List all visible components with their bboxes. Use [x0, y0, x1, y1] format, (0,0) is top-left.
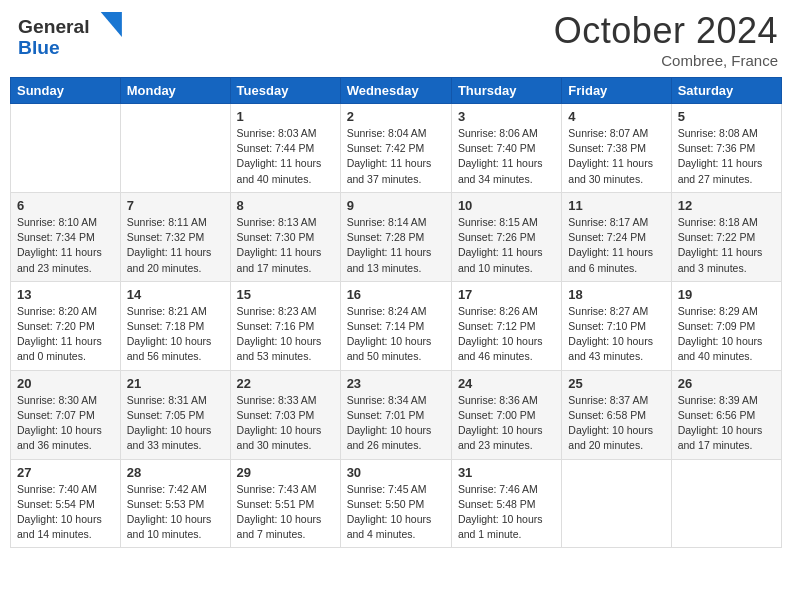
calendar-cell: 26Sunrise: 8:39 AM Sunset: 6:56 PM Dayli… — [671, 370, 781, 459]
day-number: 14 — [127, 287, 224, 302]
calendar-week-0: 1Sunrise: 8:03 AM Sunset: 7:44 PM Daylig… — [11, 104, 782, 193]
calendar-cell: 31Sunrise: 7:46 AM Sunset: 5:48 PM Dayli… — [451, 459, 561, 548]
month-title: October 2024 — [554, 10, 778, 52]
day-number: 24 — [458, 376, 555, 391]
day-number: 26 — [678, 376, 775, 391]
day-number: 6 — [17, 198, 114, 213]
day-number: 23 — [347, 376, 445, 391]
day-number: 19 — [678, 287, 775, 302]
day-info: Sunrise: 8:24 AM Sunset: 7:14 PM Dayligh… — [347, 304, 445, 365]
day-info: Sunrise: 8:17 AM Sunset: 7:24 PM Dayligh… — [568, 215, 664, 276]
calendar-cell: 8Sunrise: 8:13 AM Sunset: 7:30 PM Daylig… — [230, 192, 340, 281]
calendar-cell: 13Sunrise: 8:20 AM Sunset: 7:20 PM Dayli… — [11, 281, 121, 370]
calendar-cell: 9Sunrise: 8:14 AM Sunset: 7:28 PM Daylig… — [340, 192, 451, 281]
day-info: Sunrise: 8:29 AM Sunset: 7:09 PM Dayligh… — [678, 304, 775, 365]
day-info: Sunrise: 8:11 AM Sunset: 7:32 PM Dayligh… — [127, 215, 224, 276]
day-info: Sunrise: 8:34 AM Sunset: 7:01 PM Dayligh… — [347, 393, 445, 454]
day-number: 13 — [17, 287, 114, 302]
calendar-cell: 23Sunrise: 8:34 AM Sunset: 7:01 PM Dayli… — [340, 370, 451, 459]
calendar-cell — [120, 104, 230, 193]
day-number: 22 — [237, 376, 334, 391]
calendar-cell: 4Sunrise: 8:07 AM Sunset: 7:38 PM Daylig… — [562, 104, 671, 193]
day-number: 9 — [347, 198, 445, 213]
day-info: Sunrise: 8:27 AM Sunset: 7:10 PM Dayligh… — [568, 304, 664, 365]
calendar-cell: 29Sunrise: 7:43 AM Sunset: 5:51 PM Dayli… — [230, 459, 340, 548]
day-header-wednesday: Wednesday — [340, 78, 451, 104]
day-info: Sunrise: 8:20 AM Sunset: 7:20 PM Dayligh… — [17, 304, 114, 365]
day-number: 30 — [347, 465, 445, 480]
day-number: 16 — [347, 287, 445, 302]
calendar-week-4: 27Sunrise: 7:40 AM Sunset: 5:54 PM Dayli… — [11, 459, 782, 548]
day-number: 27 — [17, 465, 114, 480]
day-info: Sunrise: 8:07 AM Sunset: 7:38 PM Dayligh… — [568, 126, 664, 187]
day-info: Sunrise: 8:15 AM Sunset: 7:26 PM Dayligh… — [458, 215, 555, 276]
day-number: 2 — [347, 109, 445, 124]
day-number: 11 — [568, 198, 664, 213]
calendar-body: 1Sunrise: 8:03 AM Sunset: 7:44 PM Daylig… — [11, 104, 782, 548]
day-info: Sunrise: 8:06 AM Sunset: 7:40 PM Dayligh… — [458, 126, 555, 187]
day-number: 29 — [237, 465, 334, 480]
day-info: Sunrise: 8:08 AM Sunset: 7:36 PM Dayligh… — [678, 126, 775, 187]
svg-marker-2 — [101, 12, 122, 37]
calendar-cell: 7Sunrise: 8:11 AM Sunset: 7:32 PM Daylig… — [120, 192, 230, 281]
day-number: 17 — [458, 287, 555, 302]
day-number: 3 — [458, 109, 555, 124]
day-info: Sunrise: 8:30 AM Sunset: 7:07 PM Dayligh… — [17, 393, 114, 454]
calendar-cell: 11Sunrise: 8:17 AM Sunset: 7:24 PM Dayli… — [562, 192, 671, 281]
calendar-cell: 16Sunrise: 8:24 AM Sunset: 7:14 PM Dayli… — [340, 281, 451, 370]
day-number: 15 — [237, 287, 334, 302]
day-info: Sunrise: 8:31 AM Sunset: 7:05 PM Dayligh… — [127, 393, 224, 454]
day-header-friday: Friday — [562, 78, 671, 104]
day-info: Sunrise: 7:43 AM Sunset: 5:51 PM Dayligh… — [237, 482, 334, 543]
day-header-tuesday: Tuesday — [230, 78, 340, 104]
calendar-header-row: SundayMondayTuesdayWednesdayThursdayFrid… — [11, 78, 782, 104]
calendar-cell: 18Sunrise: 8:27 AM Sunset: 7:10 PM Dayli… — [562, 281, 671, 370]
calendar-table: SundayMondayTuesdayWednesdayThursdayFrid… — [10, 77, 782, 548]
day-number: 20 — [17, 376, 114, 391]
calendar-week-1: 6Sunrise: 8:10 AM Sunset: 7:34 PM Daylig… — [11, 192, 782, 281]
svg-text:General: General — [18, 16, 90, 37]
calendar-cell: 25Sunrise: 8:37 AM Sunset: 6:58 PM Dayli… — [562, 370, 671, 459]
title-block: October 2024 Combree, France — [554, 10, 778, 69]
day-info: Sunrise: 7:45 AM Sunset: 5:50 PM Dayligh… — [347, 482, 445, 543]
day-info: Sunrise: 8:23 AM Sunset: 7:16 PM Dayligh… — [237, 304, 334, 365]
day-info: Sunrise: 7:46 AM Sunset: 5:48 PM Dayligh… — [458, 482, 555, 543]
calendar-cell — [11, 104, 121, 193]
day-header-monday: Monday — [120, 78, 230, 104]
day-info: Sunrise: 8:36 AM Sunset: 7:00 PM Dayligh… — [458, 393, 555, 454]
day-info: Sunrise: 8:33 AM Sunset: 7:03 PM Dayligh… — [237, 393, 334, 454]
calendar-cell: 30Sunrise: 7:45 AM Sunset: 5:50 PM Dayli… — [340, 459, 451, 548]
day-header-sunday: Sunday — [11, 78, 121, 104]
day-number: 1 — [237, 109, 334, 124]
calendar-cell: 12Sunrise: 8:18 AM Sunset: 7:22 PM Dayli… — [671, 192, 781, 281]
calendar-cell: 3Sunrise: 8:06 AM Sunset: 7:40 PM Daylig… — [451, 104, 561, 193]
calendar-cell: 6Sunrise: 8:10 AM Sunset: 7:34 PM Daylig… — [11, 192, 121, 281]
calendar-cell: 19Sunrise: 8:29 AM Sunset: 7:09 PM Dayli… — [671, 281, 781, 370]
day-number: 31 — [458, 465, 555, 480]
page-header: General Blue October 2024 Combree, Franc… — [10, 10, 782, 69]
calendar-cell: 20Sunrise: 8:30 AM Sunset: 7:07 PM Dayli… — [11, 370, 121, 459]
day-info: Sunrise: 7:42 AM Sunset: 5:53 PM Dayligh… — [127, 482, 224, 543]
day-number: 18 — [568, 287, 664, 302]
day-number: 4 — [568, 109, 664, 124]
day-number: 21 — [127, 376, 224, 391]
svg-text:Blue: Blue — [18, 37, 60, 58]
logo: General Blue — [14, 10, 114, 64]
day-info: Sunrise: 8:14 AM Sunset: 7:28 PM Dayligh… — [347, 215, 445, 276]
day-header-thursday: Thursday — [451, 78, 561, 104]
calendar-cell: 24Sunrise: 8:36 AM Sunset: 7:00 PM Dayli… — [451, 370, 561, 459]
day-number: 8 — [237, 198, 334, 213]
day-info: Sunrise: 7:40 AM Sunset: 5:54 PM Dayligh… — [17, 482, 114, 543]
day-info: Sunrise: 8:13 AM Sunset: 7:30 PM Dayligh… — [237, 215, 334, 276]
day-number: 7 — [127, 198, 224, 213]
calendar-cell: 17Sunrise: 8:26 AM Sunset: 7:12 PM Dayli… — [451, 281, 561, 370]
calendar-cell: 15Sunrise: 8:23 AM Sunset: 7:16 PM Dayli… — [230, 281, 340, 370]
calendar-cell: 14Sunrise: 8:21 AM Sunset: 7:18 PM Dayli… — [120, 281, 230, 370]
day-info: Sunrise: 8:26 AM Sunset: 7:12 PM Dayligh… — [458, 304, 555, 365]
calendar-cell: 28Sunrise: 7:42 AM Sunset: 5:53 PM Dayli… — [120, 459, 230, 548]
calendar-cell — [562, 459, 671, 548]
calendar-cell: 22Sunrise: 8:33 AM Sunset: 7:03 PM Dayli… — [230, 370, 340, 459]
calendar-week-3: 20Sunrise: 8:30 AM Sunset: 7:07 PM Dayli… — [11, 370, 782, 459]
day-header-saturday: Saturday — [671, 78, 781, 104]
calendar-cell — [671, 459, 781, 548]
